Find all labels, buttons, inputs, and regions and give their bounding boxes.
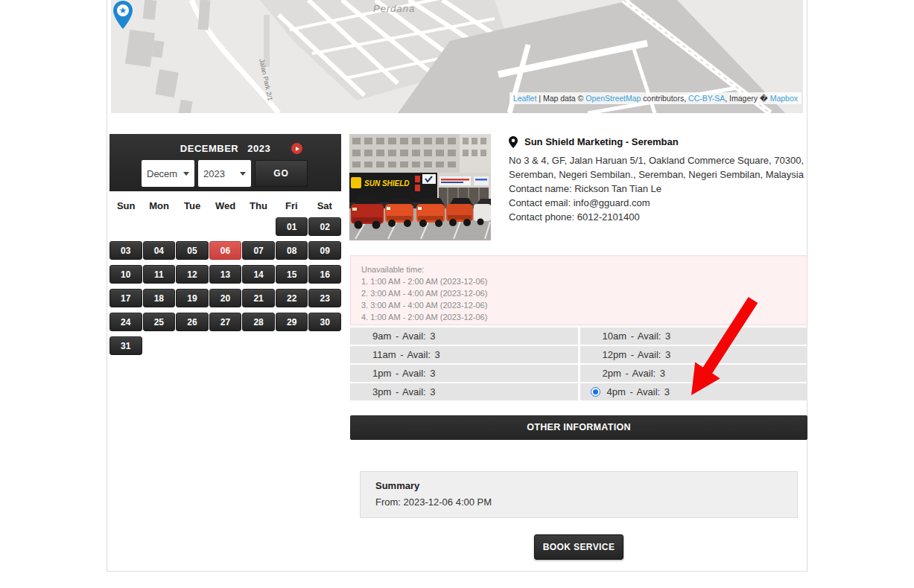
book-service-button[interactable]: BOOK SERVICE: [534, 534, 623, 560]
contact-phone: Contact phone: 6012-2101400: [509, 210, 808, 224]
calendar-day-19[interactable]: 19: [176, 289, 209, 307]
calendar-year: 2023: [247, 143, 270, 154]
calendar-day-27[interactable]: 27: [209, 313, 242, 331]
calendar-day-31[interactable]: 31: [110, 336, 142, 355]
weekday-sun: Sun: [110, 200, 142, 211]
map-attribution-text: , Imagery �: [725, 94, 769, 103]
calendar-day-16[interactable]: 16: [308, 265, 341, 284]
calendar-day-05[interactable]: 05: [176, 241, 209, 260]
month-select[interactable]: Decem: [142, 160, 194, 187]
map-attribution-link[interactable]: Mapbox: [770, 94, 798, 103]
slot-label: 2pm - Avail: 3: [603, 368, 666, 379]
calendar-day-empty: [242, 336, 275, 355]
slot-label: 10am - Avail: 3: [603, 330, 671, 342]
slot-label: 4pm - Avail: 3: [607, 386, 670, 397]
calendar-day-empty: [176, 336, 209, 355]
time-slot-2pm[interactable]: 2pm - Avail: 3: [580, 365, 808, 382]
calendar-day-12[interactable]: 12: [176, 265, 209, 284]
map-marker-pin-icon[interactable]: ★: [111, 0, 135, 30]
unavailable-item: 4. 1:00 AM - 2:00 AM (2023-12-06): [361, 311, 796, 323]
slot-label: 1pm - Avail: 3: [372, 368, 436, 379]
calendar-day-14[interactable]: 14: [242, 265, 275, 284]
calendar-day-08[interactable]: 08: [276, 241, 308, 260]
weekday-sat: Sat: [308, 200, 341, 211]
svg-text:SUN SHIELD: SUN SHIELD: [364, 179, 410, 188]
calendar-day-23[interactable]: 23: [308, 289, 341, 307]
go-button[interactable]: GO: [255, 160, 308, 187]
time-slot-4pm[interactable]: 4pm - Avail: 3: [580, 383, 808, 400]
calendar-day-18[interactable]: 18: [143, 289, 176, 307]
calendar-day-01[interactable]: 01: [276, 217, 308, 236]
calendar-day-empty: [209, 217, 242, 236]
calendar-day-09[interactable]: 09: [308, 241, 341, 260]
svg-text:★: ★: [119, 5, 127, 16]
time-slot-10am[interactable]: 10am - Avail: 3: [580, 327, 808, 345]
location-address: No 3 & 4, GF, Jalan Haruan 5/1, Oakland …: [509, 153, 808, 182]
map-attribution-link[interactable]: OpenStreetMap: [585, 94, 641, 103]
summary-from: From: 2023-12-06 4:00 PM: [375, 496, 782, 508]
weekday-header-row: SunMonTueWedThuFriSat: [110, 196, 341, 215]
calendar-day-15[interactable]: 15: [276, 265, 308, 284]
weekday-thu: Thu: [242, 200, 275, 211]
calendar-day-03[interactable]: 03: [110, 241, 142, 260]
calendar: DECEMBER2023 Decem 2023 GO SunMonTueWedT…: [110, 134, 341, 355]
calendar-controls: Decem 2023 GO: [142, 160, 341, 187]
calendar-day-11[interactable]: 11: [143, 265, 176, 284]
map-attribution-text: contributors,: [641, 94, 688, 103]
calendar-day-07[interactable]: 07: [242, 241, 275, 260]
calendar-day-21[interactable]: 21: [242, 289, 275, 307]
year-select-value: 2023: [203, 168, 225, 179]
year-select[interactable]: 2023: [198, 160, 251, 187]
calendar-day-02[interactable]: 02: [308, 217, 341, 236]
time-slot-grid: 9am - Avail: 310am - Avail: 311am - Avai…: [350, 327, 807, 400]
next-month-icon[interactable]: [291, 143, 302, 154]
time-slot-1pm[interactable]: 1pm - Avail: 3: [350, 365, 578, 382]
map[interactable]: Pontian Perdana Jalan Park 2/1 ★ Leaflet…: [111, 0, 803, 113]
unavailable-item: 2. 3:00 AM - 4:00 AM (2023-12-06): [361, 287, 796, 299]
slot-label: 12pm - Avail: 3: [603, 349, 671, 360]
month-select-value: Decem: [147, 168, 177, 179]
location-pin-icon: [509, 136, 518, 148]
calendar-month: DECEMBER: [180, 143, 238, 154]
calendar-day-29[interactable]: 29: [276, 313, 308, 331]
calendar-day-grid: 0102030405060708091011121314151617181920…: [110, 217, 341, 355]
calendar-day-20[interactable]: 20: [209, 289, 242, 307]
time-slot-3pm[interactable]: 3pm - Avail: 3: [350, 383, 578, 400]
calendar-day-17[interactable]: 17: [110, 289, 142, 307]
calendar-day-30[interactable]: 30: [308, 313, 341, 331]
time-slot-11am[interactable]: 11am - Avail: 3: [350, 346, 578, 363]
calendar-day-empty: [176, 217, 209, 236]
weekday-wed: Wed: [209, 200, 241, 211]
other-information-header[interactable]: OTHER INFORMATION: [350, 415, 807, 440]
calendar-day-empty: [308, 336, 341, 355]
calendar-day-24[interactable]: 24: [110, 313, 142, 331]
storefront-illustration: SUN SHIELD: [349, 134, 491, 240]
calendar-day-empty: [242, 217, 275, 236]
map-attribution-link[interactable]: Leaflet: [513, 94, 537, 103]
time-slot-12pm[interactable]: 12pm - Avail: 3: [580, 346, 808, 363]
calendar-day-26[interactable]: 26: [176, 313, 209, 331]
unavailable-item: 1. 1:00 AM - 2:00 AM (2023-12-06): [361, 275, 796, 287]
location-details: Sun Shield Marketing - Seremban No 3 & 4…: [509, 135, 808, 224]
calendar-day-22[interactable]: 22: [276, 289, 308, 307]
calendar-day-10[interactable]: 10: [110, 265, 142, 284]
contact-name: Contact name: Rickson Tan Tian Le: [509, 182, 808, 196]
unavailable-times-box: Unavailable time: 1. 1:00 AM - 2:00 AM (…: [350, 255, 807, 325]
calendar-day-empty: [209, 336, 242, 355]
calendar-day-06[interactable]: 06: [209, 241, 242, 260]
time-slot-9am[interactable]: 9am - Avail: 3: [350, 327, 578, 345]
map-attribution-link[interactable]: CC-BY-SA: [688, 94, 725, 103]
calendar-day-28[interactable]: 28: [242, 313, 275, 331]
slot-label: 3pm - Avail: 3: [372, 386, 436, 397]
unavailable-heading: Unavailable time:: [361, 263, 796, 275]
calendar-day-empty: [143, 217, 176, 236]
slot-radio-selected[interactable]: [591, 387, 600, 397]
calendar-day-25[interactable]: 25: [143, 313, 176, 331]
calendar-day-empty: [276, 336, 308, 355]
calendar-day-04[interactable]: 04: [143, 241, 176, 260]
contact-email: Contact email: info@gguard.com: [509, 196, 808, 210]
summary-heading: Summary: [375, 480, 782, 491]
calendar-day-empty: [110, 217, 142, 236]
calendar-day-13[interactable]: 13: [209, 265, 242, 284]
location-name: Sun Shield Marketing - Seremban: [524, 135, 679, 149]
